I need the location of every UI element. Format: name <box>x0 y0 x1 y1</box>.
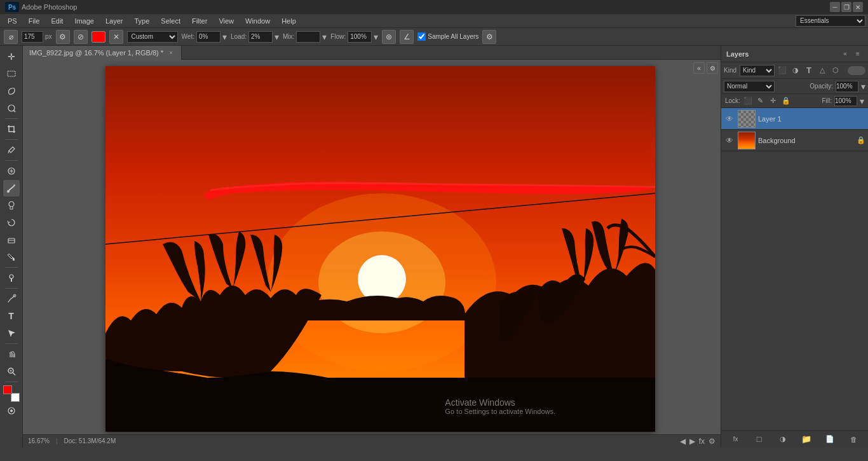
crop-tool-btn[interactable] <box>3 121 20 137</box>
brush-settings-btn[interactable]: ⚙ <box>56 30 70 44</box>
status-more[interactable]: ⚙ <box>709 437 715 446</box>
close-button[interactable]: ✕ <box>853 2 863 12</box>
layer-fx-btn[interactable]: fx <box>729 433 742 446</box>
airbrush-btn[interactable]: ⊛ <box>382 30 396 44</box>
fx-icon[interactable]: fx <box>699 437 705 446</box>
pen-tool-btn[interactable] <box>3 291 20 307</box>
layers-panel-menu-btn[interactable]: ≡ <box>853 49 863 59</box>
brush-size-group: px <box>22 31 52 43</box>
filter-adjustment-icon[interactable]: ◑ <box>790 65 801 76</box>
brush-eraser-btn[interactable]: ✕ <box>109 30 123 44</box>
filter-kind-select[interactable]: Kind <box>740 65 775 76</box>
lock-brush-icon[interactable]: ✎ <box>756 96 766 106</box>
menu-item-filter[interactable]: Filter <box>187 16 212 26</box>
angle-btn[interactable]: ∠ <box>400 30 414 44</box>
lock-all-icon[interactable]: 🔒 <box>781 96 791 106</box>
tool-preset-btn[interactable]: ⌀ <box>4 30 18 44</box>
menu-item-edit[interactable]: Edit <box>46 16 68 26</box>
menu-item-layer[interactable]: Layer <box>100 16 128 26</box>
quick-select-tool-btn[interactable] <box>3 100 20 116</box>
layer-item-layer1[interactable]: 👁 Layer 1 <box>721 108 868 130</box>
mix-input[interactable] <box>296 31 320 43</box>
sample-all-layers-checkbox[interactable] <box>417 32 426 41</box>
layer-item-background[interactable]: 👁 Background 🔒 <box>721 130 868 151</box>
lock-pixels-icon[interactable]: ⬛ <box>743 96 753 106</box>
menu-item-view[interactable]: View <box>214 16 239 26</box>
mix-group: Mix: ▾ <box>283 31 327 43</box>
quick-mask-btn[interactable] <box>3 403 20 419</box>
menu-item-image[interactable]: Image <box>69 16 99 26</box>
fill-tool-btn[interactable] <box>3 249 20 265</box>
canvas-scroll[interactable]: « ⚙ <box>23 60 721 434</box>
layers-panel-collapse-btn[interactable]: « <box>840 49 850 59</box>
clone-tool-btn[interactable] <box>3 197 20 214</box>
wet-dropdown-icon[interactable]: ▾ <box>222 32 227 42</box>
layer-mask-btn[interactable]: □ <box>753 433 766 446</box>
menu-item-window[interactable]: Window <box>240 16 275 26</box>
background-color-swatch[interactable] <box>11 393 20 402</box>
brush-tool-btn[interactable] <box>3 180 20 196</box>
minimize-button[interactable]: ─ <box>830 2 840 12</box>
layer-visibility-eye-layer1[interactable]: 👁 <box>724 113 735 125</box>
color-swatch[interactable] <box>92 31 105 43</box>
wet-input[interactable] <box>196 31 220 43</box>
load-input[interactable] <box>248 31 273 43</box>
lasso-tool-btn[interactable] <box>3 83 20 99</box>
blend-mode-select[interactable]: Normal <box>724 81 775 92</box>
filter-smartobj-icon[interactable]: ⬡ <box>830 65 841 76</box>
healing-tool-btn[interactable] <box>3 163 20 179</box>
path-select-tool-btn[interactable] <box>3 325 20 341</box>
flow-dropdown-icon[interactable]: ▾ <box>374 32 378 42</box>
eyedropper-tool-btn[interactable] <box>3 142 20 158</box>
tool-separator-1 <box>5 118 18 119</box>
brush-mode-btn[interactable]: ⊘ <box>74 30 88 44</box>
eraser-tool-btn[interactable] <box>3 231 20 248</box>
move-tool-btn[interactable]: ✛ <box>3 48 20 65</box>
filter-text-icon[interactable]: T <box>803 65 815 76</box>
layer-adjustment-btn[interactable]: ◑ <box>776 433 789 446</box>
status-nav-right[interactable]: ▶ <box>689 437 695 446</box>
opacity-dropdown-icon[interactable]: ▾ <box>861 81 865 92</box>
document-tab[interactable]: IMG_8922.jpg @ 16.7% (Layer 1, RGB/8) * … <box>23 46 182 60</box>
menu-item-help[interactable]: Help <box>276 16 301 26</box>
tab-close-btn[interactable]: × <box>167 49 175 57</box>
svg-rect-27 <box>105 378 655 432</box>
menu-item-select[interactable]: Select <box>156 16 186 26</box>
menu-item-type[interactable]: Type <box>130 16 155 26</box>
menu-item-ps[interactable]: PS <box>3 16 22 26</box>
history-tool-btn[interactable] <box>3 214 20 231</box>
fill-input[interactable] <box>834 96 857 106</box>
panel-expand-btn[interactable]: ⚙ <box>707 62 718 74</box>
layer-new-btn[interactable]: 📄 <box>824 433 836 446</box>
panel-collapse-btn[interactable]: « <box>693 62 705 74</box>
filter-shape-icon[interactable]: △ <box>817 65 828 76</box>
restore-button[interactable]: ❐ <box>841 2 851 12</box>
mix-dropdown-icon[interactable]: ▾ <box>322 32 327 42</box>
fill-dropdown-icon[interactable]: ▾ <box>860 96 864 106</box>
load-dropdown-icon[interactable]: ▾ <box>275 32 279 42</box>
status-nav-left[interactable]: ◀ <box>680 437 686 446</box>
canvas-container[interactable] <box>105 66 655 432</box>
brush-mode-select[interactable]: Custom <box>127 31 178 43</box>
lock-position-icon[interactable]: ✛ <box>768 96 778 106</box>
hand-tool-btn[interactable] <box>3 346 20 362</box>
filter-pixel-icon[interactable]: ⬛ <box>776 65 788 76</box>
dodge-tool-btn[interactable] <box>3 270 20 286</box>
brush-size-input[interactable] <box>22 31 43 43</box>
foreground-color-swatch[interactable] <box>3 385 12 394</box>
menu-item-file[interactable]: File <box>24 16 45 26</box>
layer-visibility-eye-background[interactable]: 👁 <box>724 135 735 146</box>
zoom-tool-btn[interactable] <box>3 363 20 380</box>
marquee-tool-btn[interactable] <box>3 65 20 82</box>
text-tool-btn[interactable]: T <box>3 308 20 324</box>
opacity-input[interactable] <box>836 81 858 92</box>
flow-input[interactable] <box>348 31 372 43</box>
layer-group-btn[interactable]: 📁 <box>800 433 813 446</box>
essentials-select[interactable]: Essentials <box>796 15 865 27</box>
filter-toggle[interactable] <box>848 66 865 75</box>
layer-lock-icon-background: 🔒 <box>857 136 865 144</box>
svg-point-11 <box>10 275 13 279</box>
options-bar: ⌀ px ⚙ ⊘ ✕ Custom Wet: ▾ Load: ▾ Mix: ▾ … <box>0 28 868 46</box>
brush-options-btn[interactable]: ⚙ <box>482 30 496 44</box>
layer-delete-btn[interactable]: 🗑 <box>847 433 860 446</box>
